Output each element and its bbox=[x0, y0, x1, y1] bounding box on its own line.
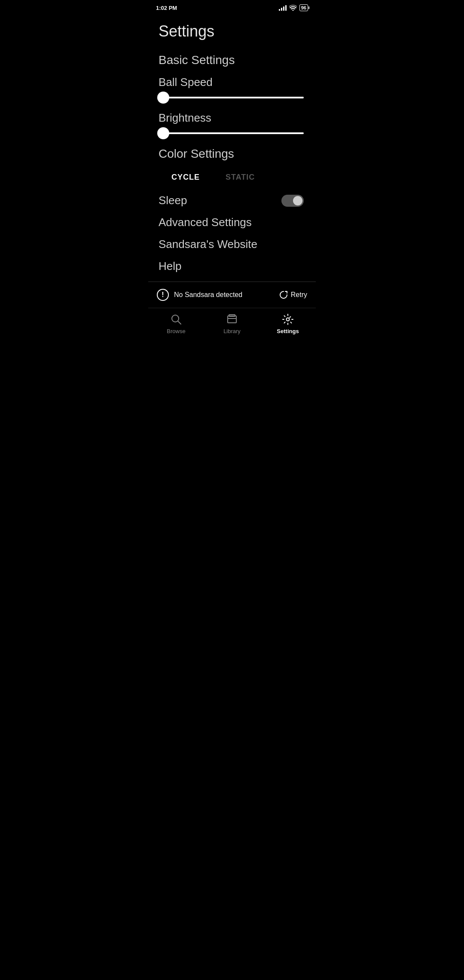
page-title: Settings bbox=[159, 22, 305, 40]
no-device-message: No Sandsara detected bbox=[174, 291, 242, 299]
ball-speed-slider-container bbox=[159, 97, 305, 98]
library-label: Library bbox=[223, 328, 241, 334]
browse-label: Browse bbox=[167, 328, 185, 334]
ball-speed-thumb[interactable] bbox=[157, 92, 169, 104]
library-icon bbox=[226, 313, 238, 325]
svg-rect-2 bbox=[228, 316, 236, 323]
advanced-settings-item[interactable]: Advanced Settings bbox=[159, 216, 305, 229]
ball-speed-label: Ball Speed bbox=[159, 76, 305, 89]
brightness-track bbox=[160, 132, 304, 134]
brightness-slider-container bbox=[159, 132, 305, 134]
svg-line-1 bbox=[178, 321, 181, 324]
main-content: Settings Basic Settings Ball Speed Brigh… bbox=[148, 14, 316, 273]
wifi-icon bbox=[289, 5, 297, 11]
signal-icon bbox=[279, 5, 287, 11]
status-bar: 1:02 PM 96 bbox=[148, 0, 316, 14]
color-option-static[interactable]: STATIC bbox=[213, 169, 268, 185]
retry-icon bbox=[279, 290, 288, 300]
color-settings-section: Color Settings CYCLE STATIC bbox=[159, 147, 305, 185]
nav-settings[interactable]: Settings bbox=[260, 313, 316, 334]
status-message: ! No Sandsara detected bbox=[157, 289, 242, 301]
help-item[interactable]: Help bbox=[159, 260, 305, 273]
brightness-thumb[interactable] bbox=[157, 127, 169, 139]
settings-icon bbox=[282, 313, 294, 325]
brightness-label: Brightness bbox=[159, 111, 305, 125]
nav-browse[interactable]: Browse bbox=[148, 313, 204, 334]
sandsara-website-item[interactable]: Sandsara's Website bbox=[159, 238, 305, 251]
bottom-nav: Browse Library Settings bbox=[148, 308, 316, 343]
basic-settings-label: Basic Settings bbox=[159, 53, 305, 67]
time: 1:02 PM bbox=[156, 5, 177, 11]
color-toggle-row: CYCLE STATIC bbox=[159, 169, 305, 185]
toggle-knob bbox=[293, 196, 302, 205]
retry-button[interactable]: Retry bbox=[279, 290, 307, 300]
battery-icon: 96 bbox=[299, 4, 308, 11]
alert-icon: ! bbox=[157, 289, 169, 301]
svg-point-5 bbox=[287, 318, 290, 321]
retry-label: Retry bbox=[291, 291, 307, 299]
color-settings-label: Color Settings bbox=[159, 147, 305, 161]
color-option-cycle[interactable]: CYCLE bbox=[159, 169, 213, 185]
settings-label: Settings bbox=[277, 328, 299, 334]
status-icons: 96 bbox=[279, 4, 308, 11]
browse-icon bbox=[170, 313, 182, 325]
sleep-label: Sleep bbox=[159, 194, 187, 207]
sleep-toggle[interactable] bbox=[281, 195, 304, 207]
status-footer: ! No Sandsara detected Retry bbox=[148, 282, 316, 308]
nav-library[interactable]: Library bbox=[204, 313, 260, 334]
ball-speed-track bbox=[160, 97, 304, 98]
sleep-row: Sleep bbox=[159, 194, 305, 207]
